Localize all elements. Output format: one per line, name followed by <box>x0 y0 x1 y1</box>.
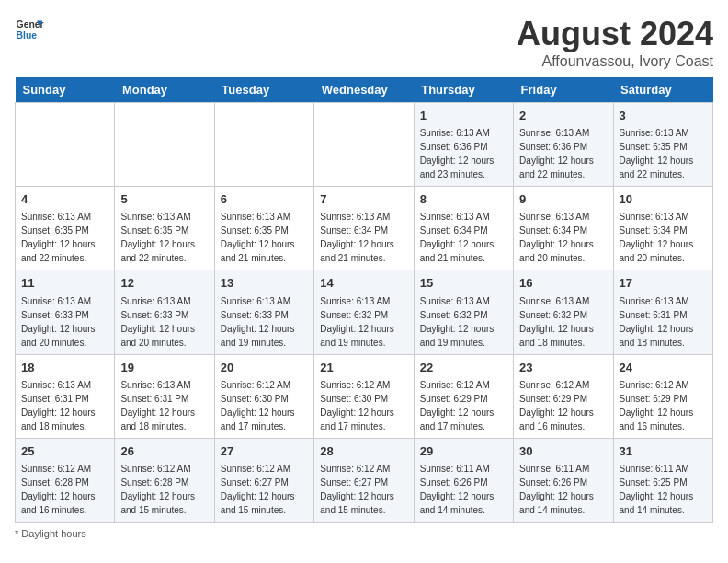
day-info: Sunrise: 6:13 AM Sunset: 6:35 PM Dayligh… <box>221 210 308 265</box>
calendar-cell <box>214 103 313 187</box>
footer-text: Daylight hours <box>21 528 85 539</box>
day-number: 22 <box>420 360 507 376</box>
calendar-cell: 23Sunrise: 6:12 AM Sunset: 6:29 PM Dayli… <box>514 354 613 438</box>
calendar-cell: 24Sunrise: 6:12 AM Sunset: 6:29 PM Dayli… <box>613 354 712 438</box>
day-number: 5 <box>120 191 208 208</box>
day-info: Sunrise: 6:11 AM Sunset: 6:26 PM Dayligh… <box>420 462 507 517</box>
day-number: 9 <box>519 191 607 208</box>
calendar-cell: 21Sunrise: 6:12 AM Sunset: 6:30 PM Dayli… <box>314 354 414 438</box>
day-info: Sunrise: 6:13 AM Sunset: 6:36 PM Dayligh… <box>420 126 507 181</box>
day-number: 23 <box>519 360 607 376</box>
calendar-cell: 7Sunrise: 6:13 AM Sunset: 6:34 PM Daylig… <box>314 187 414 270</box>
day-number: 1 <box>420 108 507 124</box>
calendar-cell: 14Sunrise: 6:13 AM Sunset: 6:32 PM Dayli… <box>314 270 414 354</box>
calendar-cell: 16Sunrise: 6:13 AM Sunset: 6:32 PM Dayli… <box>514 270 613 354</box>
calendar-cell: 1Sunrise: 6:13 AM Sunset: 6:36 PM Daylig… <box>414 103 513 187</box>
calendar-cell: 9Sunrise: 6:13 AM Sunset: 6:34 PM Daylig… <box>514 187 613 270</box>
day-number: 2 <box>519 108 607 124</box>
calendar-cell: 12Sunrise: 6:13 AM Sunset: 6:33 PM Dayli… <box>115 270 214 354</box>
calendar-header-sunday: Sunday <box>16 77 115 103</box>
page-subtitle: Affounvassou, Ivory Coast <box>517 53 713 70</box>
calendar-cell: 27Sunrise: 6:12 AM Sunset: 6:27 PM Dayli… <box>214 438 313 522</box>
day-number: 7 <box>320 191 407 208</box>
calendar-cell: 18Sunrise: 6:13 AM Sunset: 6:31 PM Dayli… <box>16 354 115 438</box>
calendar-cell: 2Sunrise: 6:13 AM Sunset: 6:36 PM Daylig… <box>514 103 613 187</box>
calendar-cell: 17Sunrise: 6:13 AM Sunset: 6:31 PM Dayli… <box>613 270 712 354</box>
day-info: Sunrise: 6:13 AM Sunset: 6:34 PM Dayligh… <box>519 210 607 265</box>
calendar-cell: 15Sunrise: 6:13 AM Sunset: 6:32 PM Dayli… <box>414 270 513 354</box>
day-info: Sunrise: 6:13 AM Sunset: 6:36 PM Dayligh… <box>519 126 607 181</box>
calendar-cell: 20Sunrise: 6:12 AM Sunset: 6:30 PM Dayli… <box>214 354 313 438</box>
day-info: Sunrise: 6:13 AM Sunset: 6:33 PM Dayligh… <box>221 294 308 350</box>
day-info: Sunrise: 6:12 AM Sunset: 6:30 PM Dayligh… <box>221 378 308 433</box>
day-number: 31 <box>620 443 707 460</box>
day-number: 14 <box>320 275 407 292</box>
day-info: Sunrise: 6:13 AM Sunset: 6:35 PM Dayligh… <box>620 126 707 181</box>
day-info: Sunrise: 6:12 AM Sunset: 6:29 PM Dayligh… <box>420 378 507 433</box>
day-info: Sunrise: 6:11 AM Sunset: 6:25 PM Dayligh… <box>620 462 707 517</box>
logo-icon: General Blue <box>15 15 44 44</box>
day-number: 13 <box>221 275 308 292</box>
header: General Blue August 2024 Affounvassou, I… <box>15 15 713 70</box>
calendar-cell: 10Sunrise: 6:13 AM Sunset: 6:34 PM Dayli… <box>613 187 712 270</box>
page-title: August 2024 <box>517 15 713 53</box>
day-info: Sunrise: 6:13 AM Sunset: 6:34 PM Dayligh… <box>420 210 507 265</box>
day-info: Sunrise: 6:13 AM Sunset: 6:32 PM Dayligh… <box>519 294 607 350</box>
day-number: 24 <box>620 360 707 376</box>
calendar-body: 1Sunrise: 6:13 AM Sunset: 6:36 PM Daylig… <box>16 103 713 523</box>
day-info: Sunrise: 6:13 AM Sunset: 6:34 PM Dayligh… <box>620 210 707 265</box>
calendar-week-row: 18Sunrise: 6:13 AM Sunset: 6:31 PM Dayli… <box>16 354 713 438</box>
title-area: August 2024 Affounvassou, Ivory Coast <box>517 15 713 70</box>
day-info: Sunrise: 6:13 AM Sunset: 6:31 PM Dayligh… <box>120 378 208 433</box>
calendar-cell: 26Sunrise: 6:12 AM Sunset: 6:28 PM Dayli… <box>115 438 214 522</box>
day-number: 25 <box>21 443 108 460</box>
day-number: 3 <box>620 108 707 124</box>
day-info: Sunrise: 6:11 AM Sunset: 6:26 PM Dayligh… <box>519 462 607 517</box>
day-info: Sunrise: 6:12 AM Sunset: 6:29 PM Dayligh… <box>620 378 707 433</box>
calendar-cell: 30Sunrise: 6:11 AM Sunset: 6:26 PM Dayli… <box>514 438 613 522</box>
calendar-cell: 11Sunrise: 6:13 AM Sunset: 6:33 PM Dayli… <box>16 270 115 354</box>
calendar-cell: 3Sunrise: 6:13 AM Sunset: 6:35 PM Daylig… <box>613 103 712 187</box>
calendar-cell: 13Sunrise: 6:13 AM Sunset: 6:33 PM Dayli… <box>214 270 313 354</box>
calendar-header-wednesday: Wednesday <box>314 77 414 103</box>
calendar-cell: 31Sunrise: 6:11 AM Sunset: 6:25 PM Dayli… <box>613 438 712 522</box>
calendar-cell: 4Sunrise: 6:13 AM Sunset: 6:35 PM Daylig… <box>16 187 115 270</box>
day-number: 4 <box>21 191 108 208</box>
day-info: Sunrise: 6:12 AM Sunset: 6:27 PM Dayligh… <box>320 462 407 517</box>
calendar-cell: 28Sunrise: 6:12 AM Sunset: 6:27 PM Dayli… <box>314 438 414 522</box>
day-number: 11 <box>21 275 108 292</box>
day-info: Sunrise: 6:13 AM Sunset: 6:34 PM Dayligh… <box>320 210 407 265</box>
day-info: Sunrise: 6:13 AM Sunset: 6:31 PM Dayligh… <box>620 294 707 350</box>
calendar-cell: 22Sunrise: 6:12 AM Sunset: 6:29 PM Dayli… <box>414 354 513 438</box>
day-info: Sunrise: 6:13 AM Sunset: 6:35 PM Dayligh… <box>21 210 108 265</box>
day-number: 18 <box>21 360 108 376</box>
calendar-week-row: 25Sunrise: 6:12 AM Sunset: 6:28 PM Dayli… <box>16 438 713 522</box>
calendar-cell: 19Sunrise: 6:13 AM Sunset: 6:31 PM Dayli… <box>115 354 214 438</box>
calendar-header-row: SundayMondayTuesdayWednesdayThursdayFrid… <box>16 77 713 103</box>
day-info: Sunrise: 6:13 AM Sunset: 6:32 PM Dayligh… <box>320 294 407 350</box>
day-info: Sunrise: 6:12 AM Sunset: 6:27 PM Dayligh… <box>221 462 308 517</box>
day-info: Sunrise: 6:13 AM Sunset: 6:31 PM Dayligh… <box>21 378 108 433</box>
calendar-cell <box>314 103 414 187</box>
day-number: 16 <box>519 275 607 292</box>
day-number: 20 <box>221 360 308 376</box>
day-info: Sunrise: 6:12 AM Sunset: 6:28 PM Dayligh… <box>21 462 108 517</box>
day-info: Sunrise: 6:13 AM Sunset: 6:32 PM Dayligh… <box>420 294 507 350</box>
calendar-cell: 29Sunrise: 6:11 AM Sunset: 6:26 PM Dayli… <box>414 438 513 522</box>
day-info: Sunrise: 6:13 AM Sunset: 6:33 PM Dayligh… <box>120 294 208 350</box>
day-info: Sunrise: 6:12 AM Sunset: 6:29 PM Dayligh… <box>519 378 607 433</box>
calendar-header-monday: Monday <box>115 77 214 103</box>
footer-note: * Daylight hours <box>15 528 713 539</box>
day-number: 8 <box>420 191 507 208</box>
day-number: 15 <box>420 275 507 292</box>
calendar-week-row: 11Sunrise: 6:13 AM Sunset: 6:33 PM Dayli… <box>16 270 713 354</box>
day-number: 6 <box>221 191 308 208</box>
calendar-header-thursday: Thursday <box>414 77 513 103</box>
calendar-week-row: 1Sunrise: 6:13 AM Sunset: 6:36 PM Daylig… <box>16 103 713 187</box>
day-number: 30 <box>519 443 607 460</box>
day-number: 10 <box>620 191 707 208</box>
logo: General Blue <box>15 15 44 44</box>
day-info: Sunrise: 6:12 AM Sunset: 6:30 PM Dayligh… <box>320 378 407 433</box>
day-number: 21 <box>320 360 407 376</box>
day-info: Sunrise: 6:13 AM Sunset: 6:35 PM Dayligh… <box>120 210 208 265</box>
